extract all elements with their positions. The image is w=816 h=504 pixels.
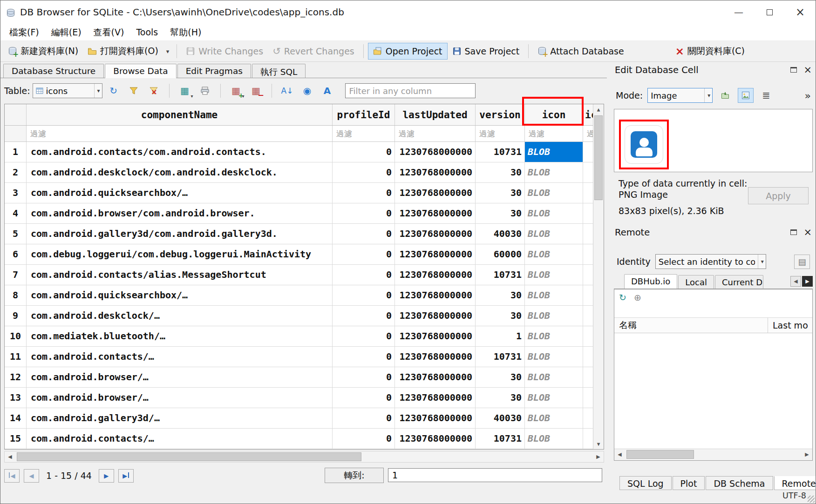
cell-partial[interactable] — [583, 203, 593, 223]
cell-profileId[interactable]: 0 — [333, 388, 395, 408]
cell-icon[interactable]: BLOB — [525, 244, 583, 264]
cell-componentName[interactable]: com.android.browser/… — [27, 367, 333, 387]
cell-version[interactable]: 30 — [476, 162, 525, 182]
cell-lastUpdated[interactable]: 1230768000000 — [395, 183, 476, 203]
cell-profileId[interactable]: 0 — [333, 162, 395, 182]
cell-profileId[interactable]: 0 — [333, 244, 395, 264]
remote-scrollbar-thumb[interactable] — [626, 450, 694, 459]
vertical-scrollbar-thumb[interactable] — [594, 115, 603, 200]
cell-lastUpdated[interactable]: 1230768000000 — [395, 306, 476, 326]
tab-database-structure[interactable]: Database Structure — [3, 64, 104, 78]
cell-componentName[interactable]: com.android.contacts/… — [27, 347, 333, 367]
print-button[interactable] — [196, 83, 214, 99]
row-number[interactable]: 14 — [5, 408, 27, 428]
cell-version[interactable]: 1 — [476, 326, 525, 346]
minimize-button[interactable]: — — [723, 0, 754, 24]
goto-record-input[interactable] — [388, 468, 602, 482]
row-number[interactable]: 3 — [5, 183, 27, 203]
row-number[interactable]: 15 — [5, 429, 27, 449]
cell-icon[interactable]: BLOB — [525, 347, 583, 367]
cell-icon[interactable]: BLOB — [525, 388, 583, 408]
table-select[interactable]: icons ▾ — [33, 83, 102, 98]
cell-lastUpdated[interactable]: 1230768000000 — [395, 388, 476, 408]
cell-profileId[interactable]: 0 — [333, 326, 395, 346]
cell-componentName[interactable]: com.android.contacts/alias.MessageShortc… — [27, 265, 333, 285]
cell-lastUpdated[interactable]: 1230768000000 — [395, 162, 476, 182]
cell-profileId[interactable]: 0 — [333, 367, 395, 387]
scroll-right-icon[interactable]: ▶ — [802, 449, 812, 460]
menu-view[interactable]: 查看(V) — [88, 24, 130, 40]
column-header-partial[interactable]: ic — [583, 104, 593, 125]
cell-lastUpdated[interactable]: 1230768000000 — [395, 367, 476, 387]
filter-lastUpdated[interactable]: 過濾 — [395, 126, 476, 141]
cell-profileId[interactable]: 0 — [333, 408, 395, 428]
column-header-profileId[interactable]: profileId — [333, 104, 395, 125]
cell-partial[interactable] — [583, 285, 593, 305]
close-panel-icon[interactable]: × — [803, 229, 812, 235]
cell-profileId[interactable]: 0 — [333, 306, 395, 326]
scroll-up-icon[interactable]: ▲ — [593, 104, 604, 114]
cell-profileId[interactable]: 0 — [333, 429, 395, 449]
cell-profileId[interactable]: 0 — [333, 183, 395, 203]
row-number[interactable]: 8 — [5, 285, 27, 305]
cell-componentName[interactable]: com.debug.loggerui/com.debug.loggerui.Ma… — [27, 244, 333, 264]
cell-version[interactable]: 10731 — [476, 265, 525, 285]
cell-icon[interactable]: BLOB — [525, 265, 583, 285]
remote-refresh-button[interactable]: ↻ — [619, 292, 626, 302]
filter-icon-column[interactable]: 過濾 — [525, 126, 583, 141]
cell-version[interactable]: 30 — [476, 367, 525, 387]
horizontal-scrollbar[interactable]: ◀ ▶ — [4, 451, 604, 463]
cell-lastUpdated[interactable]: 1230768000000 — [395, 347, 476, 367]
vertical-scrollbar[interactable]: ▲ ▼ — [593, 104, 604, 449]
remote-column-last-modified[interactable]: Last mo — [768, 318, 812, 333]
cell-lastUpdated[interactable]: 1230768000000 — [395, 326, 476, 346]
cell-lastUpdated[interactable]: 1230768000000 — [395, 203, 476, 223]
cell-version[interactable]: 30 — [476, 183, 525, 203]
cell-partial[interactable] — [583, 429, 593, 449]
cell-componentName[interactable]: com.android.quicksearchbox/… — [27, 183, 333, 203]
tab-local[interactable]: Local — [678, 275, 714, 289]
remote-horizontal-scrollbar[interactable]: ◀ ▶ — [614, 449, 812, 460]
row-number[interactable]: 4 — [5, 203, 27, 223]
import-data-button[interactable] — [717, 88, 733, 103]
cell-icon[interactable]: BLOB — [525, 183, 583, 203]
filter-version[interactable]: 過濾 — [476, 126, 525, 141]
cell-componentName[interactable]: com.android.contacts/com.android.contact… — [27, 142, 333, 162]
close-database-button[interactable]: × 關閉資料庫(C) — [671, 42, 749, 60]
resize-grip[interactable] — [808, 496, 815, 503]
cell-componentName[interactable]: com.android.browser/com.android.browser. — [27, 203, 333, 223]
previous-record-button[interactable]: ◀ — [24, 469, 39, 483]
cell-version[interactable]: 30 — [476, 203, 525, 223]
save-display-button[interactable]: ▦▾ — [176, 83, 194, 99]
tab-scroll-right-icon[interactable]: ▶ — [802, 276, 813, 287]
cell-componentName[interactable]: com.android.browser/… — [27, 388, 333, 408]
cell-lastUpdated[interactable]: 1230768000000 — [395, 142, 476, 162]
close-panel-icon[interactable]: × — [803, 67, 812, 73]
row-number[interactable]: 11 — [5, 347, 27, 367]
row-number[interactable]: 1 — [5, 142, 27, 162]
cell-icon[interactable]: BLOB — [525, 142, 583, 162]
goto-button[interactable]: 轉到: — [325, 468, 384, 483]
cell-icon[interactable]: BLOB — [525, 224, 583, 244]
revert-changes-button[interactable]: ↺ Revert Changes — [268, 43, 359, 60]
identity-settings-button[interactable]: ▤ — [794, 255, 810, 269]
tab-dbhub[interactable]: DBHub.io — [624, 274, 677, 289]
cell-icon[interactable]: BLOB — [525, 367, 583, 387]
cell-version[interactable]: 10731 — [476, 429, 525, 449]
cell-version[interactable]: 10731 — [476, 347, 525, 367]
maximize-button[interactable] — [754, 0, 785, 24]
cell-componentName[interactable]: com.android.contacts/… — [27, 429, 333, 449]
float-panel-icon[interactable] — [790, 229, 797, 235]
save-project-button[interactable]: Save Project — [448, 43, 524, 59]
cell-lastUpdated[interactable]: 1230768000000 — [395, 224, 476, 244]
cell-lastUpdated[interactable]: 1230768000000 — [395, 429, 476, 449]
cell-componentName[interactable]: com.android.gallery3d/… — [27, 408, 333, 428]
cell-icon[interactable]: BLOB — [525, 162, 583, 182]
tab-current-database[interactable]: Current Dat — [715, 275, 763, 289]
identity-select[interactable]: Select an identity to conne ▾ — [655, 254, 766, 269]
scroll-left-icon[interactable]: ◀ — [614, 449, 625, 460]
row-number[interactable]: 7 — [5, 265, 27, 285]
cell-lastUpdated[interactable]: 1230768000000 — [395, 244, 476, 264]
horizontal-scrollbar-thumb[interactable] — [17, 452, 361, 461]
cell-componentName[interactable]: com.android.quicksearchbox/… — [27, 285, 333, 305]
